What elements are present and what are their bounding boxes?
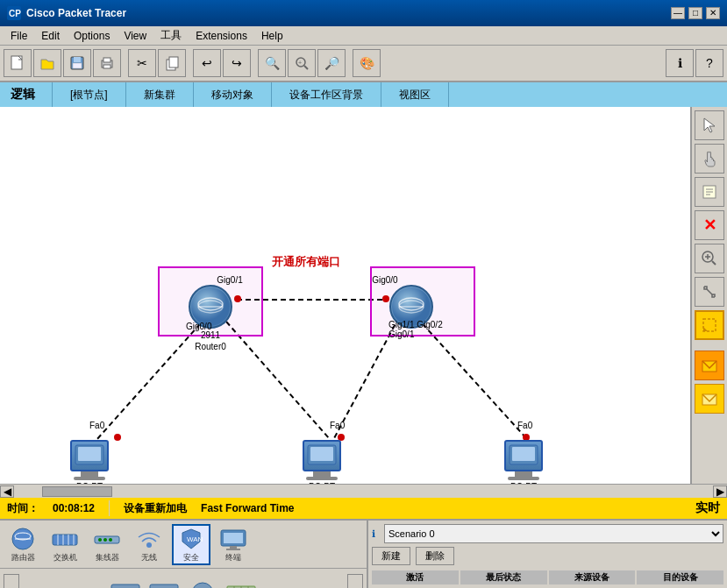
pc1-port-label: Fa0 xyxy=(330,421,345,430)
help-button[interactable]: ? xyxy=(695,49,723,77)
undo-button[interactable]: ↩ xyxy=(193,49,221,77)
zoom-out-button[interactable]: 🔎 xyxy=(317,49,346,77)
open-button[interactable] xyxy=(33,49,61,77)
sub-device-3[interactable] xyxy=(185,579,220,589)
menu-bar: File Edit Options View 工具 Extensions Hel… xyxy=(0,26,727,46)
svg-line-39 xyxy=(712,261,716,265)
root-node-item[interactable]: [根节点] xyxy=(53,82,126,107)
copy-button[interactable] xyxy=(158,49,186,77)
menu-file[interactable]: File xyxy=(4,28,34,44)
svg-rect-8 xyxy=(103,65,110,68)
device-type-wireless[interactable]: 无线 xyxy=(130,526,168,563)
menu-edit[interactable]: Edit xyxy=(34,28,67,44)
dashed-select-button[interactable] xyxy=(695,310,724,340)
print-button[interactable] xyxy=(93,49,121,77)
sub-device-1[interactable] xyxy=(108,579,143,589)
scroll-track[interactable] xyxy=(16,486,711,497)
svg-rect-32 xyxy=(512,447,535,461)
device-type-terminal[interactable]: 终端 xyxy=(214,526,253,563)
info-button[interactable]: ℹ xyxy=(666,49,694,77)
time-label: 时间： xyxy=(7,501,39,516)
save-button[interactable] xyxy=(63,49,91,77)
horizontal-scrollbar[interactable]: ◀ ▶ xyxy=(0,484,727,498)
envelope-tool-button[interactable] xyxy=(695,351,724,380)
viewport-item[interactable]: 视图区 xyxy=(381,82,449,107)
pdu-panel: ℹ Scenario 0 新建 删除 激活 最后状态 来源设备 目的设备 切换到… xyxy=(368,521,727,588)
device-type-hub[interactable]: 集线器 xyxy=(88,526,126,563)
sub-device-2[interactable] xyxy=(146,579,182,589)
menu-view[interactable]: View xyxy=(117,28,153,44)
delete-pdu-button[interactable]: 删除 xyxy=(416,547,454,565)
router1[interactable]: Gig0/0 Gig1/1 Gig0/2 Gig0/1 xyxy=(384,275,438,348)
cut-button[interactable]: ✂ xyxy=(128,49,156,77)
svg-rect-63 xyxy=(224,533,243,543)
dot-r0-pc0 xyxy=(114,434,121,441)
svg-rect-66 xyxy=(111,584,139,589)
svg-text:WAN: WAN xyxy=(187,535,203,543)
menu-help[interactable]: Help xyxy=(254,28,290,44)
app-title: Cisco Packet Tracer xyxy=(26,7,671,19)
topology-mode-label[interactable]: 逻辑 xyxy=(0,82,53,107)
pc0-body[interactable] xyxy=(70,440,109,471)
main-area: 开通所有端口 Gig0/1 Gig0/0 2911 Router0 xyxy=(0,107,727,484)
menu-options[interactable]: Options xyxy=(67,28,117,44)
device-type-switch[interactable]: 交换机 xyxy=(46,526,84,563)
minimize-button[interactable]: — xyxy=(671,7,685,19)
svg-rect-68 xyxy=(150,584,178,589)
delete-tool-button[interactable]: ✕ xyxy=(695,210,724,240)
info-icon: ℹ xyxy=(372,528,375,540)
device-type-router[interactable]: 路由器 xyxy=(4,526,42,563)
svg-rect-65 xyxy=(226,549,240,550)
zoom-in-button[interactable]: 🔍 xyxy=(258,49,286,77)
zoom-fit-button[interactable]: + xyxy=(288,49,316,77)
router1-port-gig01: Gig0/1 xyxy=(388,329,443,339)
menu-tools[interactable]: 工具 xyxy=(153,26,189,45)
sim-pdu-button[interactable] xyxy=(695,384,724,414)
network-canvas[interactable]: 开通所有端口 Gig0/1 Gig0/0 2911 Router0 xyxy=(0,107,690,484)
redo-button[interactable]: ↪ xyxy=(223,49,251,77)
zoom-tool-button[interactable] xyxy=(695,244,724,273)
svg-marker-33 xyxy=(704,118,715,132)
note-tool-button[interactable] xyxy=(695,177,724,207)
pc2-body[interactable] xyxy=(504,440,543,471)
scroll-right-device[interactable]: ▶ xyxy=(347,574,363,589)
new-cluster-item[interactable]: 新集群 xyxy=(126,82,194,107)
svg-text:+: + xyxy=(298,60,302,66)
svg-point-58 xyxy=(109,538,112,542)
hand-tool-button[interactable] xyxy=(695,144,724,174)
col-source: 来源设备 xyxy=(549,570,636,584)
pc2[interactable]: PC-PT PC2 xyxy=(504,440,543,484)
dot-r0-r1-right xyxy=(382,295,389,302)
scenario-row: ℹ Scenario 0 xyxy=(372,524,723,543)
maximize-button[interactable]: □ xyxy=(688,7,702,19)
bottom-panel: 路由器 交换机 集线器 无线 WAN 安全 终端 xyxy=(0,519,727,588)
router0[interactable]: Gig0/1 Gig0/0 2911 Router0 xyxy=(189,275,232,351)
pc0[interactable]: PC-PT PC0 xyxy=(70,440,109,484)
resize-tool-button[interactable] xyxy=(695,277,724,307)
menu-extensions[interactable]: Extensions xyxy=(189,28,254,44)
pc1[interactable]: PC-PT PC1 xyxy=(303,440,341,484)
select-tool-button[interactable] xyxy=(695,110,724,140)
new-pdu-button[interactable]: 新建 xyxy=(372,547,410,565)
close-button[interactable]: ✕ xyxy=(706,7,720,19)
status-bar: 时间： 00:08:12 设备重新加电 Fast Forward Time 实时 xyxy=(0,498,727,519)
window-controls[interactable]: — □ ✕ xyxy=(671,7,720,19)
background-item[interactable]: 设备工作区背景 xyxy=(272,82,381,107)
scroll-thumb[interactable] xyxy=(42,486,112,497)
new-button[interactable] xyxy=(4,49,32,77)
dot-r0-r1-left xyxy=(234,295,241,302)
col-dest: 目的设备 xyxy=(637,570,723,584)
svg-rect-4 xyxy=(74,57,81,62)
pc1-body[interactable] xyxy=(303,440,341,471)
svg-line-42 xyxy=(707,289,712,294)
color-button[interactable]: 🎨 xyxy=(353,49,381,77)
scroll-left-button[interactable]: ◀ xyxy=(0,485,14,498)
device-type-security[interactable]: WAN 安全 xyxy=(172,524,210,565)
move-objects-item[interactable]: 移动对象 xyxy=(194,82,272,107)
svg-line-16 xyxy=(226,322,329,438)
sub-device-4[interactable] xyxy=(224,579,259,589)
col-last-status: 最后状态 xyxy=(460,570,547,584)
scroll-left-device[interactable]: ◀ xyxy=(4,574,19,589)
scroll-right-button[interactable]: ▶ xyxy=(713,485,727,498)
scenario-select[interactable]: Scenario 0 xyxy=(384,524,723,543)
